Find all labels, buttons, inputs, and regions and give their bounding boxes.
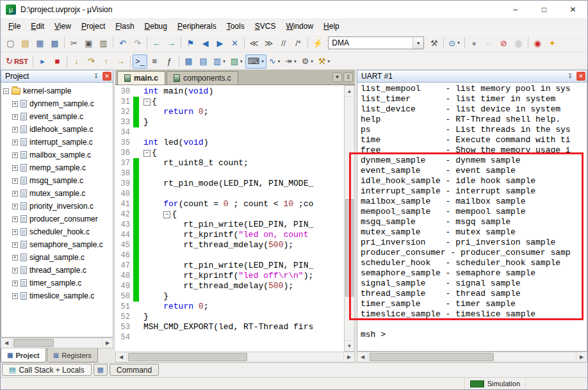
tree-item[interactable]: +memp_sample.c — [3, 161, 113, 174]
step-out-button[interactable]: ↑ — [99, 54, 113, 69]
start-stop-debug-button[interactable]: ◉ — [530, 36, 545, 50]
tree-item[interactable]: +signal_sample.c — [3, 251, 113, 264]
menu-edit[interactable]: Edit — [26, 20, 49, 32]
undo-button[interactable]: ↶ — [115, 36, 130, 50]
insert-remove-breakpoint-button[interactable]: ● — [467, 36, 482, 50]
paste-button[interactable]: ▥ — [96, 36, 111, 50]
editor-tab-components-c[interactable]: components.c — [167, 71, 238, 85]
clear-bookmarks-button[interactable]: ✕ — [227, 36, 242, 50]
cut-button[interactable]: ✂ — [67, 36, 81, 50]
maximize-button[interactable]: □ — [530, 1, 559, 19]
expand-icon[interactable]: + — [12, 229, 18, 235]
code-line[interactable]: 49 rt_thread_mdelay(500); — [115, 281, 344, 291]
panel-tab-registers[interactable]: ▦Registers — [47, 348, 98, 362]
menu-flash[interactable]: Flash — [110, 20, 139, 32]
code-line[interactable]: 38 — [115, 168, 344, 179]
menu-file[interactable]: File — [3, 20, 26, 32]
expand-icon[interactable]: + — [12, 152, 18, 158]
pin-icon[interactable]: ↧ — [92, 72, 101, 81]
watch-window-button[interactable]: ▥▾ — [211, 54, 228, 69]
run-button[interactable]: ▸ — [35, 54, 50, 69]
toolbox-button[interactable]: ⚒▾ — [316, 54, 332, 69]
scroll-down-icon[interactable] — [345, 340, 354, 351]
code-line[interactable]: 48 rt_kprintf("led off\r\n"); — [115, 271, 344, 281]
tree-item[interactable]: +interrupt_sample.c — [3, 136, 113, 149]
scroll-right-icon[interactable] — [102, 338, 113, 348]
expand-icon[interactable]: + — [12, 255, 18, 261]
tree-item[interactable]: +dynmem_sample.c — [3, 97, 113, 110]
scrollbar-track[interactable] — [345, 97, 354, 340]
code-line[interactable]: 41 for(count = 0 ; count < 10 ;co — [115, 199, 344, 209]
scrollbar-track[interactable] — [368, 352, 576, 362]
pin-icon[interactable]: ↧ — [566, 72, 575, 81]
scrollbar-thumb[interactable] — [370, 353, 494, 361]
expand-icon[interactable]: + — [12, 140, 18, 145]
menu-debug[interactable]: Debug — [140, 20, 172, 32]
code-line[interactable]: 51 return 0; — [115, 302, 344, 312]
analysis-window-button[interactable]: ∿▾ — [266, 54, 282, 69]
code-line[interactable]: 33} — [115, 117, 344, 127]
scroll-left-icon[interactable] — [1, 338, 12, 348]
close-icon[interactable]: ✕ — [576, 72, 585, 81]
next-bookmark-button[interactable]: ▶ — [213, 36, 227, 50]
menu-window[interactable]: Window — [281, 20, 318, 32]
code-line[interactable]: 43 rt_pin_write(LED_PIN, PIN_ — [115, 220, 344, 230]
fold-marker-icon[interactable]: − — [163, 211, 170, 218]
code-line[interactable]: 30int main(void) — [115, 86, 344, 97]
expand-icon[interactable]: + — [12, 242, 18, 248]
scroll-up-icon[interactable] — [345, 86, 354, 97]
open-file-button[interactable]: ▤ — [18, 36, 33, 50]
code-line[interactable]: 36−{ — [115, 148, 344, 158]
command-tab[interactable]: Command — [110, 364, 159, 376]
step-over-button[interactable]: ↷ — [84, 54, 99, 69]
code-line[interactable]: 53MSH_CMD_EXPORT(led, RT-Thread firs — [115, 322, 344, 332]
tree-item[interactable]: +msgq_sample.c — [3, 174, 113, 187]
registers-window-button[interactable]: ▦ — [181, 54, 196, 69]
code-line[interactable]: 31−{ — [115, 97, 344, 107]
tree-item[interactable]: +mutex_sample.c — [3, 187, 113, 200]
expand-icon[interactable]: + — [12, 101, 18, 107]
project-scrollbar-horizontal[interactable] — [1, 337, 113, 348]
tree-item[interactable]: +priority_inversion.c — [3, 200, 113, 213]
disassembly-window-button[interactable]: ≡ — [147, 54, 162, 69]
code-line[interactable]: 46 — [115, 250, 344, 261]
expand-icon[interactable]: + — [12, 127, 18, 133]
code-line[interactable]: 54 — [115, 332, 344, 343]
tree-item[interactable]: +mailbox_sample.c — [3, 149, 113, 161]
previous-bookmark-button[interactable]: ◀ — [198, 36, 213, 50]
expand-icon[interactable]: + — [12, 268, 18, 273]
indent-button[interactable]: ≫ — [261, 36, 276, 50]
flash-configure-button[interactable]: ✦ — [545, 36, 560, 50]
expand-icon[interactable]: + — [12, 114, 18, 120]
collapse-icon[interactable]: − — [3, 88, 9, 94]
uart-output[interactable]: list_mempool - list memory pool in sysli… — [357, 83, 587, 352]
editor-tab-main-c[interactable]: main.c — [117, 71, 165, 85]
flash-download-button[interactable]: ⚡ — [310, 36, 325, 50]
save-button[interactable]: ▦ — [33, 36, 47, 50]
editor-scrollbar-horizontal[interactable] — [115, 352, 355, 362]
save-all-button[interactable]: ▩ — [47, 36, 62, 50]
code-line[interactable]: 37 rt_uint8_t count; — [115, 158, 344, 168]
expand-icon[interactable]: + — [12, 204, 18, 209]
new-file-button[interactable]: ▢ — [3, 36, 18, 50]
close-icon[interactable]: ✕ — [102, 72, 111, 81]
code-line[interactable]: 39 rt_pin_mode(LED_PIN, PIN_MODE_ — [115, 179, 344, 189]
code-line[interactable]: 52} — [115, 312, 344, 322]
reset-button[interactable]: ↻RST — [3, 54, 31, 69]
expand-icon[interactable]: + — [12, 216, 18, 222]
code-line[interactable]: 50 } — [115, 291, 344, 302]
code-area[interactable]: 30int main(void)31−{32 return 0;33}3435i… — [115, 85, 344, 352]
tree-item[interactable]: +timeslice_sample.c — [3, 289, 113, 302]
expand-icon[interactable]: + — [12, 165, 18, 171]
pin-icon[interactable]: ↧ — [343, 72, 353, 82]
code-line[interactable]: 32 return 0; — [115, 107, 344, 117]
panel-tab-project[interactable]: ▣Project — [1, 348, 46, 362]
kill-all-breakpoints-button[interactable]: ◎ — [511, 36, 526, 50]
scroll-right-icon[interactable] — [576, 352, 587, 362]
call-stack-window-button[interactable]: ▤ — [196, 54, 211, 69]
tree-item[interactable]: +event_sample.c — [3, 110, 113, 123]
run-to-line-button[interactable]: → — [113, 54, 128, 69]
copy-button[interactable]: ▣ — [81, 36, 96, 50]
menu-peripherals[interactable]: Peripherals — [172, 20, 222, 32]
menu-svcs[interactable]: SVCS — [250, 20, 281, 32]
